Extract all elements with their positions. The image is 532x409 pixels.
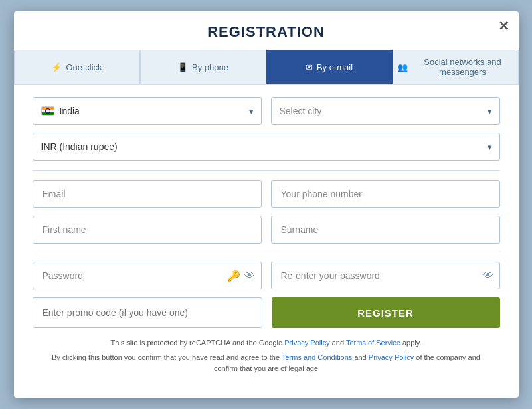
phone-input[interactable] (271, 180, 500, 208)
city-select-wrapper: Select city ▾ (271, 97, 500, 125)
tab-by-email[interactable]: ✉ By e-mail (266, 50, 393, 84)
email-icon: ✉ (306, 62, 313, 72)
social-icon: 👥 (397, 62, 408, 72)
privacy-policy2-link[interactable]: Privacy Policy (369, 353, 414, 361)
currency-select-wrapper: INR (Indian rupee) ▾ (33, 133, 500, 161)
phone-icon: 📱 (177, 62, 188, 72)
lightning-icon: ⚡ (51, 62, 62, 72)
terms-service-link[interactable]: Terms of Service (346, 339, 400, 347)
promo-input[interactable] (33, 297, 262, 328)
email-phone-row (33, 180, 500, 208)
surname-input[interactable] (271, 216, 500, 244)
repassword-wrapper: 👁 (271, 262, 500, 289)
registration-modal: ✕ REGISTRATION ⚡ One-click 📱 By phone ✉ … (14, 11, 519, 398)
firstname-input[interactable] (33, 216, 262, 244)
tab-by-phone-label: By phone (192, 62, 228, 72)
promo-register-row: REGISTER (33, 297, 500, 328)
terms-conditions-link[interactable]: Terms and Conditions (282, 353, 352, 361)
register-button[interactable]: REGISTER (272, 297, 500, 328)
legal-line1: This site is protected by reCAPTCHA and … (111, 339, 422, 347)
country-city-row: India ▾ Select city ▾ (33, 97, 500, 125)
city-placeholder: Select city (280, 106, 322, 116)
legal-text: This site is protected by reCAPTCHA and … (33, 337, 500, 375)
surname-wrapper (271, 216, 500, 244)
email-input[interactable] (33, 180, 262, 208)
email-wrapper (33, 180, 262, 208)
currency-select[interactable]: INR (Indian rupee) (33, 133, 500, 161)
country-label: India (60, 106, 80, 116)
india-flag-icon (41, 106, 54, 116)
repassword-input[interactable] (271, 262, 500, 289)
tab-by-email-label: By e-mail (317, 62, 353, 72)
tab-one-click-label: One-click (66, 62, 102, 72)
currency-label: INR (Indian rupee) (41, 141, 118, 152)
password-row: 🔑 👁 👁 (33, 262, 500, 289)
tab-one-click[interactable]: ⚡ One-click (14, 50, 140, 84)
tab-by-phone[interactable]: 📱 By phone (140, 50, 266, 84)
city-select[interactable]: Select city (271, 97, 500, 125)
eye-icon[interactable]: 👁 (244, 270, 255, 282)
key-icon: 🔑 (227, 270, 240, 282)
privacy-policy-link[interactable]: Privacy Policy (284, 339, 329, 347)
tabs-container: ⚡ One-click 📱 By phone ✉ By e-mail 👥 Soc… (14, 50, 519, 85)
country-select[interactable]: India (33, 97, 262, 125)
firstname-wrapper (33, 216, 262, 244)
divider2 (33, 252, 500, 252)
divider (33, 170, 500, 171)
password-wrapper: 🔑 👁 (33, 262, 262, 289)
name-row (33, 216, 500, 244)
close-button[interactable]: ✕ (498, 18, 509, 34)
modal-title: REGISTRATION (14, 11, 519, 50)
country-select-wrapper: India ▾ (33, 97, 262, 125)
password-icons: 🔑 👁 (227, 270, 255, 282)
tab-social-label: Social networks and messengers (412, 57, 514, 77)
phone-wrapper (271, 180, 500, 208)
tab-social[interactable]: 👥 Social networks and messengers (393, 50, 519, 84)
repassword-icons: 👁 (483, 270, 493, 282)
currency-row: INR (Indian rupee) ▾ (33, 133, 500, 161)
legal-line2: By clicking this button you confirm that… (46, 352, 487, 375)
eye2-icon[interactable]: 👁 (483, 270, 493, 282)
modal-body: India ▾ Select city ▾ INR (Indian rupee)… (14, 85, 519, 382)
